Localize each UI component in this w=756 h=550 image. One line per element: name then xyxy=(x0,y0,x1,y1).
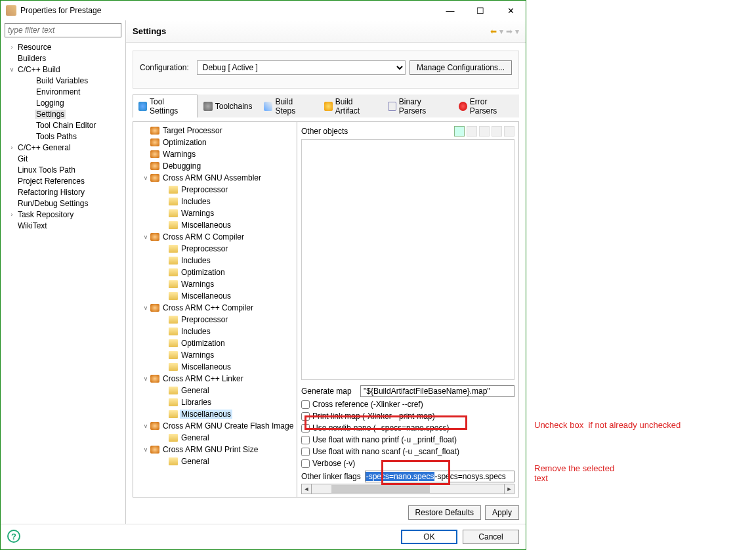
tool-tree-item[interactable]: Includes xyxy=(135,255,295,266)
tool-tree-item[interactable]: General xyxy=(135,432,295,444)
tool-tree-item[interactable]: Warnings xyxy=(135,148,295,160)
tool-tree-item[interactable]: Optimization xyxy=(135,337,295,349)
verbose-checkbox[interactable] xyxy=(301,459,310,468)
tool-tree-item[interactable]: vCross ARM C Compiler xyxy=(135,231,295,243)
tab-build-steps[interactable]: Build Steps xyxy=(258,95,318,117)
tool-tree-item[interactable]: Miscellaneous xyxy=(135,408,295,420)
tree-item[interactable]: ›Resource xyxy=(5,41,121,53)
tab-tool-settings[interactable]: Tool Settings xyxy=(133,95,198,117)
verbose-label: Verbose (-v) xyxy=(312,459,355,468)
tool-icon xyxy=(150,127,159,135)
float-printf-checkbox[interactable] xyxy=(301,436,310,444)
tab-icon xyxy=(264,102,272,111)
move-down-icon[interactable] xyxy=(504,126,514,137)
tool-tree-item[interactable]: Optimization xyxy=(135,266,295,278)
tab-build-artifact[interactable]: Build Artifact xyxy=(318,95,382,117)
cancel-button[interactable]: Cancel xyxy=(463,530,519,544)
scroll-right-icon[interactable]: ► xyxy=(504,484,514,494)
tool-tree-item[interactable]: General xyxy=(135,455,295,467)
folder-icon xyxy=(169,268,178,276)
folder-icon xyxy=(169,221,178,229)
tree-item[interactable]: Logging xyxy=(5,97,121,108)
tool-tree-item[interactable]: vCross ARM GNU Assembler xyxy=(135,172,295,184)
tree-item[interactable]: Git xyxy=(5,153,121,164)
tool-tree-item[interactable]: Miscellaneous xyxy=(135,290,295,302)
close-button[interactable]: ✕ xyxy=(495,1,526,20)
tree-item[interactable]: ›Task Repository xyxy=(5,209,121,220)
tree-item[interactable]: Builders xyxy=(5,53,121,64)
tool-tree-item[interactable]: Target Processor xyxy=(135,125,295,137)
nav-back-icon[interactable]: ⬅ xyxy=(490,27,497,36)
tree-item[interactable]: Refactoring History xyxy=(5,186,121,198)
tool-tree-item[interactable]: Preprocessor xyxy=(135,314,295,326)
tool-tree-item[interactable]: Includes xyxy=(135,326,295,337)
other-objects-list[interactable] xyxy=(301,139,514,380)
manage-configs-button[interactable]: Manage Configurations... xyxy=(410,60,512,75)
tool-tree-item[interactable]: Includes xyxy=(135,196,295,207)
tree-item[interactable]: Project References xyxy=(5,175,121,186)
tree-item[interactable]: Tool Chain Editor xyxy=(5,119,121,131)
newlib-nano-checkbox[interactable] xyxy=(301,424,310,433)
edit-icon[interactable] xyxy=(479,126,490,137)
tree-item[interactable]: Settings xyxy=(5,108,121,119)
folder-icon xyxy=(169,398,178,406)
tree-item[interactable]: Run/Debug Settings xyxy=(5,198,121,209)
scroll-left-icon[interactable]: ◄ xyxy=(301,484,312,494)
add-icon[interactable] xyxy=(454,126,465,137)
scroll-track[interactable] xyxy=(312,484,504,494)
tree-item[interactable]: WikiText xyxy=(5,220,121,231)
apply-button[interactable]: Apply xyxy=(485,505,519,520)
tab-icon xyxy=(459,102,467,111)
float-scanf-checkbox[interactable] xyxy=(301,448,310,456)
tool-tree-item[interactable]: Warnings xyxy=(135,207,295,219)
tool-tree[interactable]: Target ProcessorOptimizationWarningsDebu… xyxy=(133,122,297,497)
tool-tree-item[interactable]: General xyxy=(135,385,295,396)
tab-toolchains[interactable]: Toolchains xyxy=(198,95,259,117)
tab-error-parsers[interactable]: Error Parsers xyxy=(453,95,519,117)
generate-map-input[interactable] xyxy=(360,385,514,397)
config-select[interactable]: Debug [ Active ] xyxy=(197,60,406,75)
tree-item[interactable]: Tools Paths xyxy=(5,131,121,142)
filter-input[interactable] xyxy=(5,23,121,37)
tool-tree-item[interactable]: Warnings xyxy=(135,349,295,361)
tool-tree-item[interactable]: Miscellaneous xyxy=(135,219,295,231)
config-label: Configuration: xyxy=(140,63,189,72)
horizontal-scrollbar[interactable]: ◄ ► xyxy=(301,484,514,494)
tool-tree-item[interactable]: Libraries xyxy=(135,396,295,408)
minimize-button[interactable]: — xyxy=(435,1,465,20)
tool-tree-item[interactable]: Debugging xyxy=(135,160,295,172)
move-up-icon[interactable] xyxy=(492,126,502,137)
help-icon[interactable]: ? xyxy=(7,530,20,543)
tree-item[interactable]: vC/C++ Build xyxy=(5,64,121,75)
tool-tree-item[interactable]: Miscellaneous xyxy=(135,361,295,373)
ok-button[interactable]: OK xyxy=(401,530,457,544)
tool-tree-item[interactable]: Preprocessor xyxy=(135,243,295,255)
delete-icon[interactable] xyxy=(467,126,477,137)
tool-tree-item[interactable]: Warnings xyxy=(135,278,295,290)
tree-item[interactable]: Linux Tools Path xyxy=(5,164,121,175)
tree-item[interactable]: ›C/C++ General xyxy=(5,142,121,153)
tool-tree-item[interactable]: Preprocessor xyxy=(135,184,295,196)
tree-item[interactable]: Environment xyxy=(5,86,121,97)
other-linker-flags-input[interactable]: -specs=nano.specs -specs=nosys.specs xyxy=(365,471,514,482)
tab-binary-parsers[interactable]: Binary Parsers xyxy=(382,95,453,117)
settings-body: Target ProcessorOptimizationWarningsDebu… xyxy=(133,121,519,497)
folder-icon xyxy=(169,387,178,394)
cross-reference-label: Cross reference (-Xlinker --cref) xyxy=(312,400,423,409)
category-tree[interactable]: ›ResourceBuildersvC/C++ BuildBuild Varia… xyxy=(5,41,121,231)
tool-tree-item[interactable]: Optimization xyxy=(135,137,295,148)
tool-tree-item[interactable]: vCross ARM GNU Print Size xyxy=(135,444,295,455)
print-link-map-checkbox[interactable] xyxy=(301,412,310,421)
maximize-button[interactable]: ☐ xyxy=(465,1,495,20)
tool-icon xyxy=(150,422,159,430)
tool-tree-item[interactable]: vCross ARM C++ Compiler xyxy=(135,302,295,314)
nav-forward-icon[interactable]: ➡ xyxy=(506,27,513,36)
cross-reference-checkbox[interactable] xyxy=(301,400,310,409)
tool-tree-item[interactable]: vCross ARM C++ Linker xyxy=(135,373,295,385)
tool-tree-item[interactable]: vCross ARM GNU Create Flash Image xyxy=(135,420,295,432)
restore-defaults-button[interactable]: Restore Defaults xyxy=(408,505,481,520)
scroll-thumb[interactable] xyxy=(331,485,430,493)
nav-back-menu[interactable]: ▾ xyxy=(499,27,503,36)
nav-forward-menu[interactable]: ▾ xyxy=(515,27,519,36)
tree-item[interactable]: Build Variables xyxy=(5,75,121,86)
